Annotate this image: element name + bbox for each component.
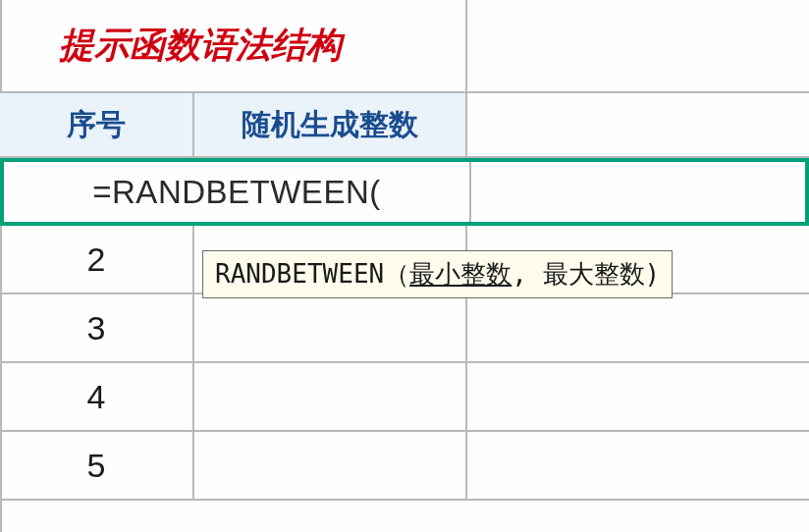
seq-value: 3 <box>87 309 106 347</box>
data-cell[interactable] <box>194 294 467 361</box>
formula-editing-row: =RANDBETWEEN( <box>0 158 809 226</box>
seq-cell[interactable]: 4 <box>0 363 194 430</box>
seq-value: 4 <box>87 378 106 416</box>
header-seq[interactable]: 序号 <box>0 93 194 156</box>
formula-text: =RANDBETWEEN( <box>92 174 380 211</box>
data-cell[interactable] <box>194 363 467 430</box>
table-row: 3 <box>0 294 809 363</box>
tooltip-func-name: RANDBETWEEN <box>215 259 384 289</box>
data-cell[interactable] <box>194 432 467 499</box>
tooltip-separator: , <box>512 259 542 289</box>
empty-cell[interactable] <box>471 162 805 222</box>
title-row: 提示函数语法结构 <box>0 0 809 93</box>
empty-cell[interactable] <box>467 363 809 430</box>
tooltip-arg-min[interactable]: 最小整数 <box>409 259 512 289</box>
tooltip-arg-max[interactable]: 最大整数 <box>543 259 645 289</box>
empty-cell[interactable] <box>467 294 809 361</box>
table-row: 5 <box>0 432 809 501</box>
seq-cell[interactable]: 5 <box>0 432 194 499</box>
tooltip-open-paren: （ <box>384 259 409 289</box>
table-row: 4 <box>0 363 809 432</box>
empty-cell[interactable] <box>467 0 809 91</box>
header-random[interactable]: 随机生成整数 <box>194 93 467 156</box>
header-row: 序号 随机生成整数 <box>0 93 809 158</box>
function-tooltip: RANDBETWEEN（最小整数, 最大整数) <box>202 250 673 298</box>
seq-cell[interactable]: 2 <box>0 226 194 293</box>
page-title: 提示函数语法结构 <box>0 22 342 70</box>
seq-value: 5 <box>87 447 106 485</box>
header-label-seq: 序号 <box>67 105 126 145</box>
empty-cell[interactable] <box>467 93 809 156</box>
tooltip-close-paren: ) <box>645 259 661 289</box>
title-cell[interactable]: 提示函数语法结构 <box>0 0 467 91</box>
formula-input-cell[interactable]: =RANDBETWEEN( <box>4 162 471 222</box>
header-label-random: 随机生成整数 <box>242 105 418 145</box>
seq-cell[interactable]: 3 <box>0 294 194 361</box>
seq-value: 2 <box>87 240 106 279</box>
empty-cell[interactable] <box>467 432 809 499</box>
